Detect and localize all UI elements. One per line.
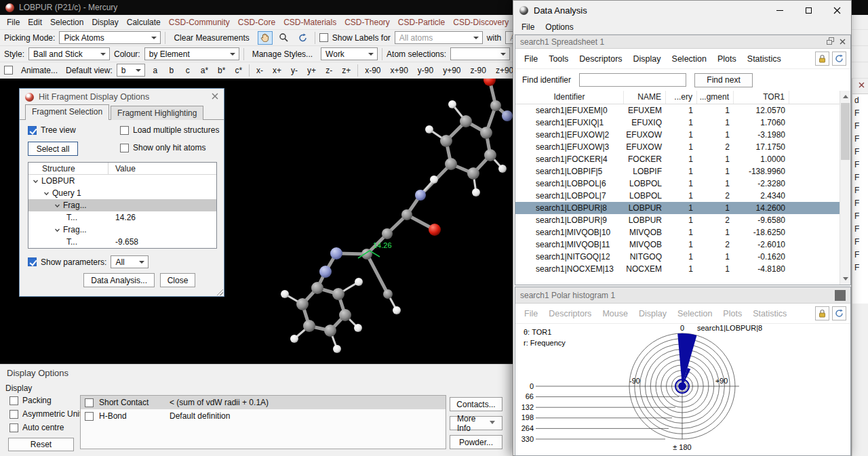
animate-checkbox[interactable] bbox=[4, 66, 13, 75]
spreadsheet-row[interactable]: search1|EFUXIQ|1 EFUXIQ 1 1 1.7060 bbox=[515, 117, 840, 129]
polar-menu-item[interactable]: File bbox=[519, 306, 542, 321]
polar-window-button[interactable] bbox=[835, 290, 846, 301]
vertical-scrollbar[interactable] bbox=[840, 91, 850, 285]
axis-view-button[interactable]: a bbox=[149, 64, 161, 77]
mercury-menu-item[interactable]: Selection bbox=[46, 16, 87, 28]
show-labels-checkbox[interactable] bbox=[319, 33, 328, 42]
rotate-90-button[interactable]: x-90 bbox=[362, 64, 383, 77]
show-only-hit-atoms-checkbox[interactable] bbox=[120, 144, 129, 152]
polar-menu-item[interactable]: Plots bbox=[718, 306, 747, 321]
navigator-item-fragment[interactable]: F bbox=[854, 186, 868, 199]
polar-menu-item[interactable]: Statistics bbox=[748, 306, 791, 321]
navigator-item-fragment[interactable]: F bbox=[854, 121, 868, 134]
mercury-csd-menu-item[interactable]: CSD-Discovery bbox=[449, 16, 513, 28]
find-next-button[interactable]: Find next bbox=[694, 73, 753, 87]
tab-fragment-highlighting[interactable]: Fragment Highlighting bbox=[111, 106, 203, 120]
auto-centre-checkbox[interactable] bbox=[9, 423, 18, 432]
spreadsheet-close-button[interactable] bbox=[840, 37, 846, 47]
pan-hand-button[interactable] bbox=[258, 31, 273, 45]
spreadsheet-menu-item[interactable]: Statistics bbox=[743, 51, 786, 66]
load-multiple-checkbox[interactable] bbox=[120, 126, 129, 135]
column-tor1[interactable]: TOR1 bbox=[734, 91, 789, 104]
navigator-item-fragment[interactable]: F bbox=[854, 173, 868, 186]
mercury-menu-item[interactable]: File bbox=[3, 16, 24, 28]
mercury-csd-menu-item[interactable]: CSD-Theory bbox=[340, 16, 394, 28]
navigator-item-fragment[interactable]: F bbox=[854, 147, 868, 160]
spreadsheet-row[interactable]: search1|EFUXOW|2 EFUXOW 1 1 -3.1980 bbox=[515, 129, 840, 141]
spreadsheet-menu-item[interactable]: Tools bbox=[544, 51, 573, 66]
navigator-item-fragment[interactable]: F bbox=[854, 211, 868, 224]
polar-menu-item[interactable]: Selection bbox=[673, 306, 717, 321]
polar-menu-item[interactable]: Display bbox=[634, 306, 671, 321]
translate-button[interactable]: x- bbox=[254, 64, 266, 77]
contacts-button[interactable]: Contacts... bbox=[450, 397, 502, 411]
show-parameters-checkbox[interactable] bbox=[28, 257, 37, 266]
lock-button[interactable] bbox=[815, 306, 829, 320]
minimize-button[interactable] bbox=[766, 1, 794, 20]
spreadsheet-menu-item[interactable]: Selection bbox=[667, 51, 711, 66]
powder-button[interactable]: Powder... bbox=[450, 435, 502, 449]
short-contact-checkbox[interactable] bbox=[85, 398, 94, 407]
tree-row-fragment-1[interactable]: Frag... bbox=[28, 199, 216, 211]
rotate-view-button[interactable] bbox=[296, 31, 311, 45]
zoom-select-button[interactable] bbox=[277, 31, 292, 45]
mercury-csd-menu-item[interactable]: CSD-Community bbox=[165, 16, 234, 28]
navigator-item-fragment[interactable]: F bbox=[854, 199, 868, 211]
spreadsheet-row[interactable]: search1|LOBPIF|5 LOBPIF 1 1 -138.9960 bbox=[515, 165, 840, 178]
column-identifier[interactable]: Identifier bbox=[515, 91, 624, 104]
spreadsheet-menu-item[interactable]: Descriptors bbox=[574, 51, 627, 66]
find-identifier-input[interactable] bbox=[579, 73, 686, 87]
more-info-button[interactable]: More Info bbox=[450, 416, 502, 430]
manage-styles-button[interactable]: Manage Styles... bbox=[248, 48, 317, 60]
mercury-csd-menu-item[interactable]: CSD-Core bbox=[234, 16, 279, 28]
refresh-button[interactable] bbox=[832, 306, 846, 320]
dialog-close-button[interactable]: Close bbox=[160, 273, 195, 287]
polar-plot-area[interactable]: θ: TOR1 r: Frequency 0 search1|LOBPUR|8 … bbox=[515, 324, 850, 455]
h-bond-checkbox[interactable] bbox=[85, 412, 94, 421]
spreadsheet-row[interactable]: search1|EFUXOW|3 EFUXOW 1 2 17.1750 bbox=[515, 141, 840, 153]
tree-view-checkbox[interactable] bbox=[28, 126, 37, 135]
clear-measurements-button[interactable]: Clear Measurements bbox=[170, 32, 253, 44]
select-all-button[interactable]: Select all bbox=[28, 142, 78, 156]
rotate-90-button[interactable]: x+90 bbox=[387, 64, 410, 77]
h-bond-row[interactable]: H-Bond Default definition bbox=[81, 409, 446, 423]
mercury-menu-item[interactable]: Display bbox=[87, 16, 122, 28]
spreadsheet-row[interactable]: search1|LOBPOL|7 LOBPOL 1 2 2.4340 bbox=[515, 190, 840, 202]
navigator-item-fragment[interactable]: F bbox=[854, 224, 868, 237]
atom-selections-select[interactable] bbox=[450, 47, 510, 60]
da-menu-file[interactable]: File bbox=[516, 20, 540, 34]
navigator-item-fragment[interactable]: F bbox=[854, 263, 868, 276]
mercury-menu-item[interactable]: Edit bbox=[24, 16, 46, 28]
axis-view-button[interactable]: b bbox=[165, 64, 178, 77]
spreadsheet-menu-item[interactable]: File bbox=[519, 51, 542, 66]
column-query[interactable]: ...ery bbox=[666, 91, 697, 104]
tree-row-fragment-2[interactable]: Frag... bbox=[28, 224, 216, 236]
mercury-csd-menu-item[interactable]: CSD-Materials bbox=[279, 16, 340, 28]
tree-row-query1[interactable]: Query 1 bbox=[28, 187, 216, 199]
rotate-90-button[interactable]: y-90 bbox=[415, 64, 436, 77]
dock-close-icon[interactable] bbox=[859, 81, 865, 90]
asymmetric-unit-checkbox[interactable] bbox=[9, 410, 18, 419]
scroll-up-arrow[interactable] bbox=[840, 91, 850, 101]
float-window-button[interactable] bbox=[827, 37, 834, 47]
style-select[interactable]: Ball and Stick bbox=[28, 47, 110, 60]
spreadsheet-menu-item[interactable]: Display bbox=[629, 51, 666, 66]
navigator-item-fragment[interactable]: F bbox=[854, 134, 868, 147]
mercury-menu-item[interactable]: Calculate bbox=[123, 16, 165, 28]
spreadsheet-row[interactable]: search1|FOCKER|4 FOCKER 1 1 1.0000 bbox=[515, 153, 840, 165]
data-analysis-button[interactable]: Data Analysis... bbox=[83, 273, 155, 287]
rotate-90-button[interactable]: z-90 bbox=[468, 64, 489, 77]
translate-button[interactable]: x+ bbox=[270, 64, 284, 77]
refresh-button[interactable] bbox=[832, 51, 846, 66]
picking-mode-select[interactable]: Pick Atoms bbox=[59, 31, 161, 44]
hit-dialog-close-button[interactable] bbox=[212, 92, 218, 102]
lock-button[interactable] bbox=[815, 51, 829, 66]
polar-titlebar[interactable]: search1 Polar histogram 1 bbox=[515, 287, 850, 304]
axis-view-button[interactable]: b* bbox=[215, 64, 228, 77]
spreadsheet-row[interactable]: search1|MIVQOB|11 MIVQOB 1 2 -2.6010 bbox=[515, 239, 840, 251]
polar-menu-item[interactable]: Mouse bbox=[597, 306, 633, 321]
axis-view-button[interactable]: c* bbox=[232, 64, 245, 77]
labels-scope-select[interactable]: All atoms bbox=[395, 31, 483, 44]
close-button[interactable] bbox=[823, 1, 851, 20]
rotate-90-button[interactable]: y+90 bbox=[440, 64, 463, 77]
